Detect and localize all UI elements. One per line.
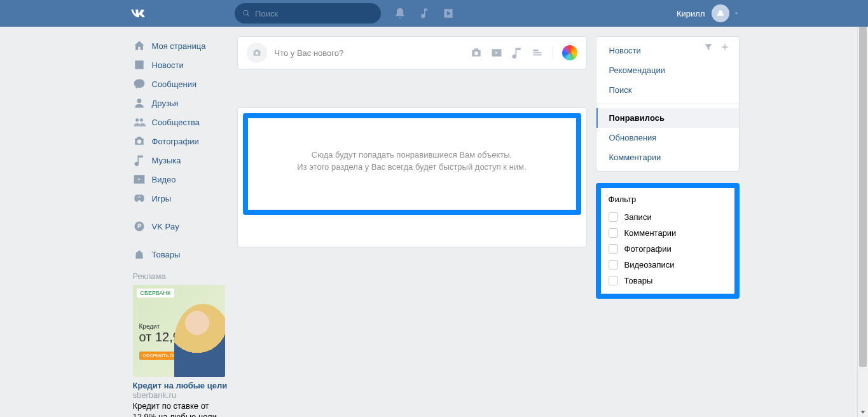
svg-point-4 [137,140,141,144]
bag-icon [133,248,146,261]
ad-banner[interactable]: СБЕРБАНК Кредитот 12,9% ОФОРМИТЬ ОНЛАЙН [133,285,225,377]
content-card: Сюда будут попадать понравившиеся Вам об… [237,107,587,247]
nav-label: Сообщества [152,118,200,127]
vk-logo[interactable] [128,4,146,22]
nav-games[interactable]: Игры [129,189,228,208]
separator [596,104,739,104]
search-box[interactable] [235,3,381,24]
attach-photo-icon[interactable] [470,46,483,59]
ad-description: Кредит по ставке от 12,9% на любые цели. [133,401,228,417]
nav-label: Товары [152,250,181,259]
tab-search[interactable]: Поиск [596,80,739,100]
nav-label: Игры [152,194,172,203]
svg-point-10 [255,51,258,55]
video-icon [133,173,146,186]
friends-icon [133,97,146,109]
tab-label: Рекомендации [609,65,666,75]
nav-friends[interactable]: Друзья [129,93,228,113]
checkbox[interactable] [609,228,618,238]
nav-photos[interactable]: Фотографии [129,132,228,151]
play-square-icon[interactable] [442,7,455,20]
nav-label: Друзья [152,99,179,108]
scroll-thumb[interactable] [859,11,867,367]
camera-icon [252,48,262,58]
tab-updates[interactable]: Обновления [596,128,739,147]
nav-label: Моя страница [152,41,206,51]
header: Кирилл [0,0,868,27]
bell-icon[interactable] [394,7,406,20]
user-menu[interactable]: Кирилл [677,4,740,22]
svg-point-6 [139,196,140,197]
attach-audio-icon[interactable] [511,46,523,59]
nav-messages[interactable]: Сообщения [129,74,228,93]
nav-label: VK Pay [152,222,179,231]
filter-label: Комментарии [624,228,677,238]
nav-market[interactable]: Товары [129,245,228,264]
highlighted-empty-state: Сюда будут попадать понравившиеся Вам об… [243,113,581,215]
filter-posts[interactable]: Записи [601,209,734,225]
ad-heading[interactable]: Кредит на любые цели [133,381,228,390]
attach-article-icon[interactable] [531,46,544,59]
scroll-down-button[interactable] [858,406,868,417]
checkbox[interactable] [609,276,618,285]
nav-my-page[interactable]: Моя страница [129,36,228,55]
composer-avatar [247,43,267,63]
music-note-icon[interactable] [418,7,431,20]
story-camera-button[interactable]: A [562,45,577,60]
search-input[interactable] [255,9,373,18]
composer-placeholder[interactable]: Что у Вас нового? [275,48,470,58]
camera-icon [133,135,146,147]
tab-liked[interactable]: Понравилось [596,108,739,128]
scrollbar[interactable] [857,0,868,417]
tab-label: Обновления [609,133,657,142]
checkbox[interactable] [609,244,618,254]
game-icon [133,192,146,205]
svg-point-2 [135,118,139,121]
nav-vkpay[interactable]: VK Pay [129,217,228,236]
news-icon [133,58,146,71]
nav-music[interactable]: Музыка [129,151,228,170]
filter-label: Фотографии [624,244,672,254]
filter-comments[interactable]: Комментарии [601,225,734,241]
user-avatar [712,4,729,22]
tab-label: Поиск [609,85,632,95]
attach-video-icon[interactable] [490,46,503,59]
filter-videos[interactable]: Видеозаписи [601,257,734,273]
tab-news[interactable]: Новости [596,41,739,60]
composer[interactable]: Что у Вас нового? A [237,36,587,69]
left-sidebar: Моя страница Новости Сообщения Друзья Со… [129,36,228,417]
svg-point-11 [474,51,478,55]
svg-point-1 [137,99,141,103]
checkbox[interactable] [609,260,618,270]
tab-comments[interactable]: Комментарии [596,147,739,167]
nav-label: Сообщения [152,79,197,89]
nav-communities[interactable]: Сообщества [129,113,228,132]
svg-point-8 [139,197,141,198]
ad-domain: sberbank.ru [133,390,228,400]
user-name: Кирилл [677,9,705,18]
nav-news[interactable]: Новости [129,55,228,74]
home-icon [133,39,146,52]
ad-section-title: Реклама [133,271,228,281]
filter-title: Фильтр [601,193,734,209]
filter-photos[interactable]: Фотографии [601,241,734,257]
nav-video[interactable]: Видео [129,170,228,189]
filter-label: Видеозаписи [624,260,675,270]
checkbox[interactable] [609,212,618,222]
nav-label: Фотографии [152,137,199,146]
filter-products[interactable]: Товары [601,273,734,289]
tab-label: Новости [609,46,641,55]
svg-point-7 [137,197,139,198]
ad-graphic [174,304,225,377]
tab-recommendations[interactable]: Рекомендации [596,60,739,80]
filter-label: Товары [624,276,653,285]
svg-point-3 [139,118,142,121]
message-icon [133,78,146,90]
filter-panel: Фильтр Записи Комментарии Фотографии Вид… [596,183,740,299]
tab-label: Комментарии [609,153,661,162]
tab-label: Понравилось [609,113,665,123]
nav-label: Музыка [152,156,181,165]
nav-label: Видео [152,175,176,184]
separator [553,46,553,59]
empty-text-2: Из этого раздела у Вас всегда будет быст… [267,162,557,172]
